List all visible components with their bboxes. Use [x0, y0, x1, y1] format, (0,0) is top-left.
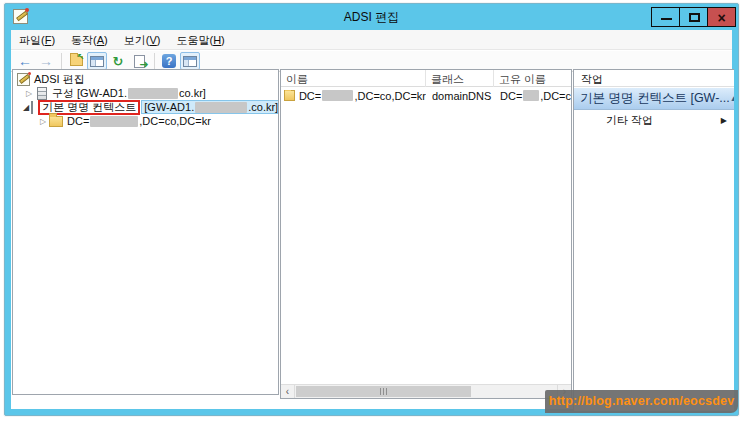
selected-item-highlight: [GW-AD1..co.kr] — [141, 100, 279, 114]
redacted-domain — [322, 90, 353, 101]
window-controls: × — [652, 7, 736, 27]
close-button[interactable]: × — [707, 7, 736, 27]
tree-item-dc-node[interactable]: ▷ DC= ,DC=co,DC=kr — [13, 114, 278, 128]
cell-name: DC= — [299, 90, 321, 102]
scrollbar-thumb[interactable] — [296, 386, 471, 397]
naming-context-icon — [31, 101, 33, 114]
forward-button[interactable]: → — [36, 52, 56, 70]
minimize-button[interactable] — [651, 7, 680, 27]
horizontal-scrollbar[interactable]: ‹ › — [281, 384, 571, 398]
back-button[interactable]: ← — [15, 52, 35, 70]
forward-icon: → — [39, 54, 53, 68]
more-actions-label: 기타 작업 — [606, 113, 653, 128]
tree-item-configuration[interactable]: ▷ 구성 [GW-AD1. co.kr] — [13, 86, 278, 100]
more-actions-item[interactable]: 기타 작업 ▶ — [574, 110, 734, 130]
column-header-name[interactable]: 이름 — [281, 70, 426, 87]
actions-pane-title: 작업 — [574, 70, 734, 87]
column-header-distinguished-name[interactable]: 고유 이름 — [494, 70, 571, 87]
submenu-arrow-icon: ▶ — [721, 116, 727, 125]
refresh-button[interactable]: ↻ — [108, 52, 128, 70]
scroll-left-arrow[interactable]: ‹ — [281, 385, 295, 398]
result-list-pane: 이름 클래스 고유 이름 DC= ,DC=co,DC=kr domainDNS … — [280, 69, 572, 399]
maximize-icon — [689, 13, 700, 22]
actions-section-label: 기본 명명 컨텍스트 [GW-... — [580, 90, 730, 107]
expand-chevron-icon[interactable]: ▷ — [23, 89, 35, 98]
redacted-domain — [195, 102, 247, 113]
titlebar[interactable]: ADSI 편집 × — [5, 4, 738, 30]
minimize-icon — [661, 18, 672, 20]
cell-dn: ,DC=c — [540, 90, 571, 102]
close-icon: × — [708, 9, 735, 27]
menu-help[interactable]: 도움말(H) — [168, 30, 232, 50]
action-pane-toggle-button[interactable] — [180, 52, 200, 70]
redacted-domain — [523, 90, 539, 101]
help-button[interactable]: ? — [159, 52, 179, 70]
adsi-edit-window: ADSI 편집 × 파일(F) 동작(A) 보기(V) 도움말(H) ← → ↖ — [4, 3, 739, 416]
naming-context-icon — [37, 87, 47, 100]
expand-chevron-icon[interactable]: ▷ — [37, 117, 49, 126]
export-list-icon: ➜ — [134, 55, 145, 68]
menu-bar: 파일(F) 동작(A) 보기(V) 도움말(H) — [11, 30, 732, 50]
folder-up-icon: ↖ — [70, 56, 83, 66]
actions-section-header[interactable]: 기본 명명 컨텍스트 [GW-... ▲ — [574, 88, 734, 110]
column-header-class[interactable]: 클래스 — [426, 70, 494, 87]
folder-icon — [49, 116, 63, 127]
list-header: 이름 클래스 고유 이름 — [281, 70, 571, 87]
back-icon: ← — [18, 54, 32, 68]
collapse-chevron-icon[interactable]: ◢ — [23, 103, 29, 112]
tree-item-label: 구성 [GW-AD1. — [52, 86, 127, 101]
cell-dn: DC= — [500, 90, 522, 102]
tree-root-label: ADSI 편집 — [34, 72, 85, 87]
tree-item-label: DC= — [67, 115, 89, 127]
tree: ADSI 편집 ▷ 구성 [GW-AD1. co.kr] ◢ 기본 명명 컨텍스… — [13, 72, 278, 128]
window-title: ADSI 편집 — [5, 9, 738, 26]
menu-file[interactable]: 파일(F) — [11, 30, 63, 50]
refresh-icon: ↻ — [113, 54, 124, 69]
redacted-domain — [90, 116, 138, 127]
screenshot-stage: ADSI 편집 × 파일(F) 동작(A) 보기(V) 도움말(H) ← → ↖ — [0, 0, 743, 425]
console-tree-icon — [90, 56, 104, 67]
menu-action[interactable]: 동작(A) — [63, 30, 116, 50]
menu-view[interactable]: 보기(V) — [116, 30, 169, 50]
console-tree-pane: ADSI 편집 ▷ 구성 [GW-AD1. co.kr] ◢ 기본 명명 컨텍스… — [12, 69, 279, 395]
toolbar-separator — [61, 53, 62, 69]
toolbar-separator — [154, 53, 155, 69]
list-row-dc[interactable]: DC= ,DC=co,DC=kr domainDNS DC= ,DC=c — [281, 88, 571, 103]
maximize-button[interactable] — [679, 7, 708, 27]
tree-item-label: ,DC=co,DC=kr — [139, 115, 211, 127]
adsi-edit-node-icon — [17, 73, 30, 86]
help-icon: ? — [162, 54, 176, 68]
cell-name: ,DC=co,DC=kr — [354, 90, 426, 102]
redacted-domain — [128, 88, 178, 99]
cell-class: domainDNS — [432, 90, 491, 102]
blog-watermark: http://blog.naver.com/eocsdev — [545, 390, 738, 413]
folder-icon — [284, 90, 295, 101]
window-body: 파일(F) 동작(A) 보기(V) 도움말(H) ← → ↖ ↻ ➜ ? — [11, 30, 732, 409]
tree-item-label: co.kr] — [179, 87, 206, 99]
action-pane-icon — [183, 56, 197, 67]
console-tree-toggle-button[interactable] — [87, 52, 107, 70]
export-list-button[interactable]: ➜ — [129, 52, 149, 70]
tree-root-adsi-edit[interactable]: ADSI 편집 — [13, 72, 278, 86]
collapse-arrow-icon[interactable]: ▲ — [730, 94, 734, 103]
actions-pane: 작업 기본 명명 컨텍스트 [GW-... ▲ 기타 작업 ▶ — [573, 69, 734, 411]
up-one-level-button[interactable]: ↖ — [66, 52, 86, 70]
